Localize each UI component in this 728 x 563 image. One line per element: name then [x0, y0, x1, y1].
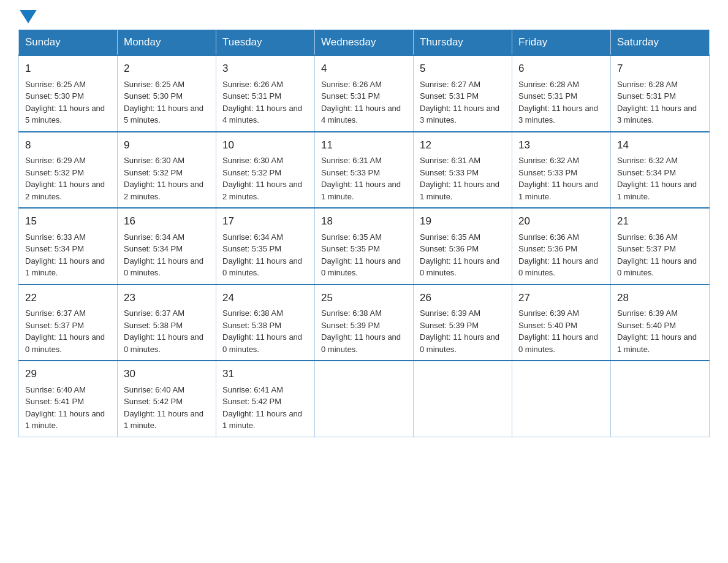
daylight-label: Daylight: 11 hours and 2 minutes. [222, 180, 302, 201]
calendar-cell: 30Sunrise: 6:40 AMSunset: 5:42 PMDayligh… [118, 361, 216, 437]
sunrise-label: Sunrise: 6:34 AM [222, 232, 283, 242]
daylight-label: Daylight: 11 hours and 1 minute. [321, 180, 401, 201]
daylight-label: Daylight: 11 hours and 1 minute. [25, 409, 105, 431]
week-row-1: 1Sunrise: 6:25 AMSunset: 5:30 PMDaylight… [19, 55, 710, 132]
sunset-label: Sunset: 5:36 PM [518, 244, 577, 253]
day-number: 9 [124, 137, 210, 153]
sunrise-label: Sunrise: 6:26 AM [321, 80, 382, 89]
sunset-label: Sunset: 5:40 PM [518, 321, 577, 330]
day-number: 4 [321, 61, 407, 77]
calendar-cell: 18Sunrise: 6:35 AMSunset: 5:35 PMDayligh… [315, 208, 414, 285]
day-number: 2 [124, 61, 210, 77]
day-number: 27 [518, 290, 604, 306]
sunset-label: Sunset: 5:32 PM [25, 168, 84, 177]
sunrise-label: Sunrise: 6:32 AM [518, 156, 579, 165]
week-row-3: 15Sunrise: 6:33 AMSunset: 5:34 PMDayligh… [19, 208, 710, 285]
sunrise-label: Sunrise: 6:39 AM [518, 308, 579, 318]
sunset-label: Sunset: 5:32 PM [222, 168, 281, 177]
calendar-cell: 24Sunrise: 6:38 AMSunset: 5:38 PMDayligh… [216, 285, 315, 361]
page-header [18, 12, 710, 23]
sunset-label: Sunset: 5:30 PM [124, 91, 183, 101]
calendar-cell: 5Sunrise: 6:27 AMSunset: 5:31 PMDaylight… [414, 55, 512, 132]
daylight-label: Daylight: 11 hours and 3 minutes. [420, 104, 499, 125]
daylight-label: Daylight: 11 hours and 3 minutes. [518, 104, 598, 125]
week-row-5: 29Sunrise: 6:40 AMSunset: 5:41 PMDayligh… [19, 361, 710, 437]
daylight-label: Daylight: 11 hours and 0 minutes. [617, 256, 697, 278]
day-number: 14 [617, 137, 703, 153]
sunset-label: Sunset: 5:33 PM [518, 168, 577, 177]
sunrise-label: Sunrise: 6:31 AM [321, 156, 382, 165]
sunset-label: Sunset: 5:31 PM [617, 91, 676, 101]
day-number: 19 [420, 213, 506, 229]
sunset-label: Sunset: 5:39 PM [321, 321, 380, 330]
sunrise-label: Sunrise: 6:32 AM [617, 156, 678, 165]
daylight-label: Daylight: 11 hours and 1 minute. [420, 180, 499, 201]
daylight-label: Daylight: 11 hours and 0 minutes. [222, 256, 302, 278]
daylight-label: Daylight: 11 hours and 0 minutes. [25, 332, 105, 354]
header-friday: Friday [512, 30, 611, 56]
sunrise-label: Sunrise: 6:37 AM [124, 308, 184, 318]
day-number: 15 [25, 213, 111, 229]
sunrise-label: Sunrise: 6:40 AM [25, 385, 86, 394]
sunrise-label: Sunrise: 6:35 AM [420, 232, 480, 242]
calendar-cell: 31Sunrise: 6:41 AMSunset: 5:42 PMDayligh… [216, 361, 315, 437]
sunrise-label: Sunrise: 6:36 AM [617, 232, 678, 242]
daylight-label: Daylight: 11 hours and 1 minute. [518, 180, 598, 201]
calendar-cell [611, 361, 710, 437]
daylight-label: Daylight: 11 hours and 1 minute. [617, 332, 697, 354]
day-number: 18 [321, 213, 407, 229]
sunrise-label: Sunrise: 6:26 AM [222, 80, 283, 89]
calendar-cell: 2Sunrise: 6:25 AMSunset: 5:30 PMDaylight… [118, 55, 216, 132]
header-tuesday: Tuesday [216, 30, 315, 56]
calendar-cell: 27Sunrise: 6:39 AMSunset: 5:40 PMDayligh… [512, 285, 611, 361]
daylight-label: Daylight: 11 hours and 2 minutes. [25, 180, 105, 201]
day-number: 5 [420, 61, 506, 77]
calendar-cell: 13Sunrise: 6:32 AMSunset: 5:33 PMDayligh… [512, 132, 611, 209]
sunset-label: Sunset: 5:32 PM [124, 168, 183, 177]
day-number: 12 [420, 137, 506, 153]
sunrise-label: Sunrise: 6:30 AM [222, 156, 283, 165]
daylight-label: Daylight: 11 hours and 0 minutes. [420, 256, 499, 278]
sunrise-label: Sunrise: 6:41 AM [222, 385, 283, 394]
calendar-cell: 28Sunrise: 6:39 AMSunset: 5:40 PMDayligh… [611, 285, 710, 361]
calendar-cell: 14Sunrise: 6:32 AMSunset: 5:34 PMDayligh… [611, 132, 710, 209]
day-number: 10 [222, 137, 308, 153]
sunrise-label: Sunrise: 6:28 AM [518, 80, 579, 89]
sunrise-label: Sunrise: 6:28 AM [617, 80, 678, 89]
sunset-label: Sunset: 5:37 PM [25, 321, 84, 330]
day-number: 31 [222, 366, 308, 382]
day-number: 28 [617, 290, 703, 306]
day-number: 6 [518, 61, 604, 77]
sunrise-label: Sunrise: 6:38 AM [321, 308, 382, 318]
daylight-label: Daylight: 11 hours and 4 minutes. [222, 104, 302, 125]
day-number: 13 [518, 137, 604, 153]
sunset-label: Sunset: 5:33 PM [420, 168, 479, 177]
daylight-label: Daylight: 11 hours and 0 minutes. [321, 256, 401, 278]
calendar-cell: 26Sunrise: 6:39 AMSunset: 5:39 PMDayligh… [414, 285, 512, 361]
day-number: 3 [222, 61, 308, 77]
sunset-label: Sunset: 5:31 PM [222, 91, 281, 101]
daylight-label: Daylight: 11 hours and 0 minutes. [518, 332, 598, 354]
calendar-cell [414, 361, 512, 437]
sunset-label: Sunset: 5:38 PM [222, 321, 281, 330]
sunset-label: Sunset: 5:34 PM [124, 244, 183, 253]
daylight-label: Daylight: 11 hours and 2 minutes. [124, 180, 203, 201]
sunrise-label: Sunrise: 6:27 AM [420, 80, 480, 89]
sunset-label: Sunset: 5:33 PM [321, 168, 380, 177]
calendar-cell: 22Sunrise: 6:37 AMSunset: 5:37 PMDayligh… [19, 285, 118, 361]
calendar-cell: 8Sunrise: 6:29 AMSunset: 5:32 PMDaylight… [19, 132, 118, 209]
calendar-table: SundayMondayTuesdayWednesdayThursdayFrid… [18, 29, 710, 437]
calendar-cell: 12Sunrise: 6:31 AMSunset: 5:33 PMDayligh… [414, 132, 512, 209]
calendar-cell: 25Sunrise: 6:38 AMSunset: 5:39 PMDayligh… [315, 285, 414, 361]
week-row-2: 8Sunrise: 6:29 AMSunset: 5:32 PMDaylight… [19, 132, 710, 209]
calendar-cell: 20Sunrise: 6:36 AMSunset: 5:36 PMDayligh… [512, 208, 611, 285]
day-number: 26 [420, 290, 506, 306]
daylight-label: Daylight: 11 hours and 0 minutes. [124, 332, 203, 354]
sunset-label: Sunset: 5:35 PM [222, 244, 281, 253]
sunrise-label: Sunrise: 6:39 AM [617, 308, 678, 318]
sunrise-label: Sunrise: 6:37 AM [25, 308, 86, 318]
sunrise-label: Sunrise: 6:36 AM [518, 232, 579, 242]
calendar-cell: 7Sunrise: 6:28 AMSunset: 5:31 PMDaylight… [611, 55, 710, 132]
day-number: 11 [321, 137, 407, 153]
sunset-label: Sunset: 5:30 PM [25, 91, 84, 101]
